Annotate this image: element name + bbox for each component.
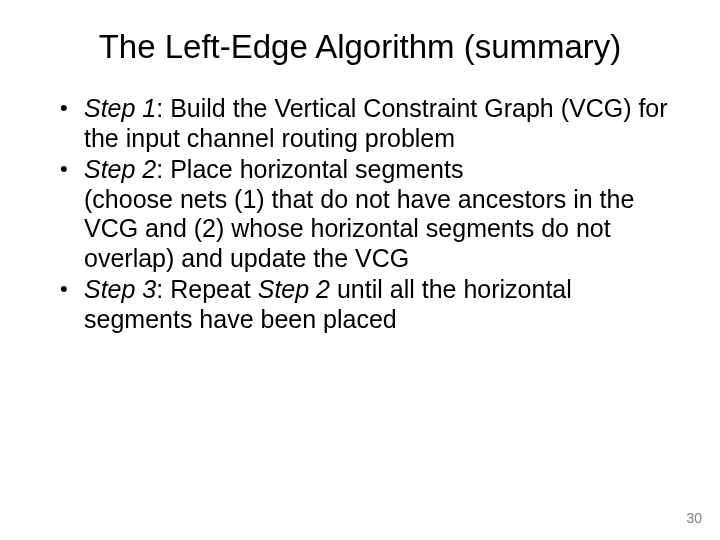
step-label: Step 2 [84,155,156,183]
page-number: 30 [686,510,702,526]
step-ref: Step 2 [258,275,330,303]
slide-title: The Left-Edge Algorithm (summary) [52,28,668,66]
step-subtext: (choose nets (1) that do not have ancest… [84,185,634,272]
step-text: : Build the Vertical Constraint Graph (V… [84,94,668,152]
slide-body: Step 1: Build the Vertical Constraint Gr… [52,94,668,334]
step-label: Step 1 [84,94,156,122]
step-text: : Repeat [156,275,257,303]
bullet-step-1: Step 1: Build the Vertical Constraint Gr… [60,94,668,153]
bullet-step-3: Step 3: Repeat Step 2 until all the hori… [60,275,668,334]
step-text: : Place horizontal segments [156,155,463,183]
bullet-step-2: Step 2: Place horizontal segments (choos… [60,155,668,273]
step-label: Step 3 [84,275,156,303]
slide: The Left-Edge Algorithm (summary) Step 1… [0,0,720,540]
